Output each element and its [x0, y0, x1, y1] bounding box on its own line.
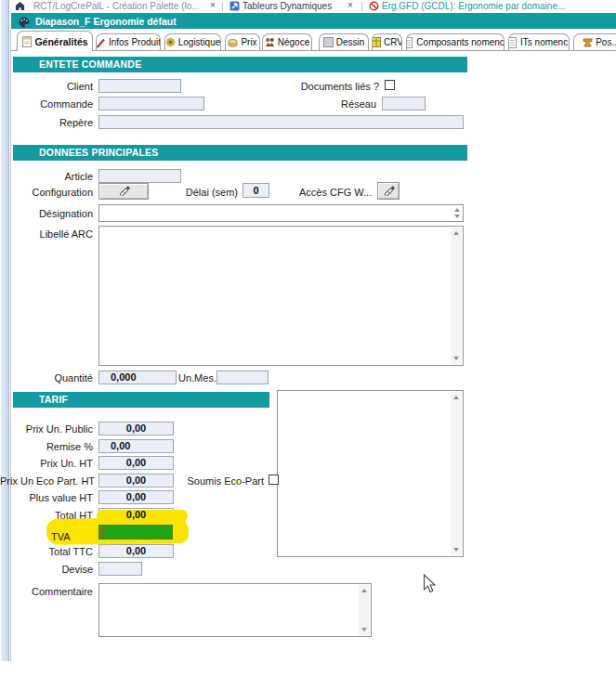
scroll-down-icon[interactable] [453, 357, 459, 360]
browser-tab-title[interactable]: RCT/LogCrePalL - Création Palette (lo... [33, 1, 206, 11]
configuration-button[interactable] [98, 183, 149, 200]
commande-input[interactable] [98, 97, 204, 110]
tva-input[interactable] [98, 525, 173, 540]
grid-icon [372, 37, 381, 48]
tab-generalites[interactable]: Généralités [17, 31, 93, 51]
libelle-arc-textarea[interactable] [98, 226, 464, 366]
scrollbar-track[interactable] [451, 228, 462, 364]
window-title: Diapason_F Ergonomie défaut [35, 16, 177, 27]
scroll-down-icon[interactable] [454, 214, 460, 218]
money-icon [228, 37, 238, 48]
blocked-icon [369, 1, 379, 11]
total-ttc-input[interactable]: 0,00 [98, 544, 174, 558]
flower-icon [165, 37, 176, 48]
tab-label: ITs nomenc. [520, 37, 570, 47]
article-input[interactable] [98, 169, 181, 183]
section-header-donnees: DONNEES PRINCIPALES [13, 145, 467, 161]
devise-label: Devise [0, 564, 93, 575]
tab-label: Généralités [34, 36, 87, 47]
browser-tab-title[interactable]: Tableurs Dynamiques [242, 1, 345, 11]
plus-value-ht-input[interactable]: 0,00 [98, 490, 174, 504]
prix-un-public-label: Prix Un. Public [0, 423, 93, 435]
tarif-notes-textarea[interactable] [277, 390, 464, 557]
section-header-tarif: TARIF [13, 392, 269, 408]
scroll-down-icon[interactable] [361, 628, 367, 631]
home-icon[interactable] [15, 1, 25, 11]
scroll-down-icon[interactable] [453, 548, 459, 552]
tab-label: Négoce [278, 37, 309, 47]
acces-cfg-button[interactable] [377, 182, 400, 200]
libelle-arc-label: Libellé ARC [0, 228, 93, 240]
tab-separator [222, 2, 223, 11]
browser-tab-title[interactable]: Erg.GFD (GCDL): Ergonomie par domaine... [382, 1, 616, 11]
tab-composants-nomenc[interactable]: Composants nomenc. [406, 33, 505, 50]
quantite-input[interactable]: 0,000 [98, 370, 177, 384]
tab-pos[interactable]: Pos... [573, 33, 616, 50]
designation-textarea[interactable] [98, 204, 464, 222]
documents-lies-checkbox[interactable] [385, 80, 395, 90]
scrollbar-track[interactable] [451, 392, 462, 555]
window-title-bar: Diapason_F Ergonomie défaut [11, 13, 616, 29]
browser-tab-bar: RCT/LogCrePalL - Création Palette (lo...… [11, 0, 616, 13]
tab-logistique[interactable]: Logistique [164, 33, 221, 50]
write-icon [383, 183, 395, 200]
tableur-icon [229, 1, 240, 11]
section-header-entete: ENTETE COMMANDE [13, 57, 467, 72]
prix-un-public-input[interactable]: 0,00 [98, 422, 174, 436]
palette-icon [19, 15, 30, 32]
tva-label: TVA [51, 531, 71, 542]
text-caret [102, 527, 104, 537]
tab-dessin[interactable]: Dessin [319, 33, 369, 50]
tabstrip-baseline [11, 50, 616, 51]
repere-label: Repère [0, 117, 93, 128]
scroll-up-icon[interactable] [453, 396, 459, 399]
note-icon [21, 36, 32, 47]
brush-icon [96, 37, 106, 48]
devise-input[interactable] [98, 562, 142, 576]
tab-label: Dessin [336, 37, 365, 47]
tab-its-nomenc[interactable]: ITs nomenc. [508, 33, 570, 50]
square-icon [323, 37, 334, 48]
tab-label: Logistique [178, 37, 221, 47]
client-label: Client [0, 81, 93, 92]
tab-crv[interactable]: CRV [372, 33, 402, 50]
un-mes-input[interactable] [216, 370, 269, 384]
acces-cfg-label: Accès CFG W... [299, 187, 374, 198]
soumis-ecopart-checkbox[interactable] [269, 474, 279, 485]
designation-label: Désignation [0, 208, 93, 219]
scroll-up-icon[interactable] [453, 231, 459, 235]
documents-lies-label: Documents liés ? [286, 81, 379, 92]
commentaire-textarea[interactable] [98, 583, 372, 637]
tab-negoce[interactable]: Négoce [262, 33, 312, 50]
remise-input[interactable]: 0,00 [98, 439, 174, 453]
close-tab-icon[interactable]: × [347, 0, 353, 10]
scroll-up-icon[interactable] [361, 589, 367, 592]
application-window: RCT/LogCrePalL - Création Palette (lo...… [0, 0, 616, 676]
commentaire-label: Commentaire [0, 586, 93, 597]
delai-input[interactable]: 0 [242, 183, 269, 198]
prix-un-ht-input[interactable]: 0,00 [98, 456, 174, 470]
tab-infos-produit[interactable]: Infos Produit [96, 33, 161, 50]
prix-eco-part-input[interactable]: 0,00 [98, 474, 174, 488]
scrollbar-track[interactable] [359, 585, 370, 635]
tab-label: Pos... [596, 37, 616, 47]
commande-label: Commande [0, 98, 93, 110]
tab-label: Prix [241, 37, 256, 47]
remise-label: Remise % [0, 441, 93, 452]
close-tab-icon[interactable]: × [210, 0, 216, 10]
article-label: Article [0, 171, 93, 182]
client-input[interactable] [98, 79, 181, 93]
scroll-up-icon[interactable] [454, 208, 460, 212]
un-mes-label: Un.Mes. [178, 372, 216, 384]
repere-input[interactable] [98, 115, 464, 129]
anvil-icon [583, 37, 593, 48]
tab-label: CRV [384, 37, 402, 47]
prix-eco-part-label: Prix Un Eco Part. HT [0, 475, 93, 487]
doc-icon [508, 37, 518, 48]
tab-prix[interactable]: Prix [225, 33, 260, 50]
plus-value-ht-label: Plus value HT [0, 492, 93, 503]
reseau-input[interactable] [382, 97, 426, 110]
total-ht-value: 0,00 [126, 509, 146, 520]
mouse-cursor [423, 574, 437, 598]
reseau-label: Réseau [321, 98, 376, 110]
